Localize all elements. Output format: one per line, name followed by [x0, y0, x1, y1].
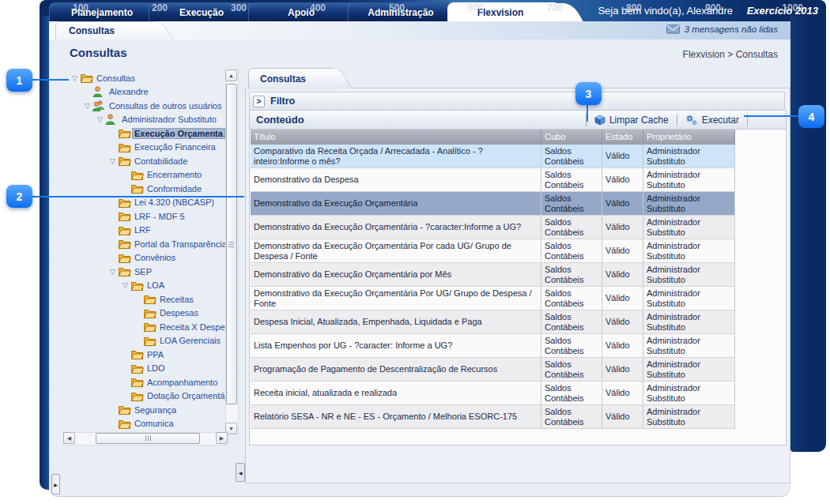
thumb-grip: [228, 244, 234, 245]
table-row[interactable]: Programação de Pagamento de Descentraliz…: [251, 358, 735, 382]
cell-proprietario: Administrador Substituto: [643, 145, 735, 167]
tree-item-label: Dotação Orçamentár: [145, 391, 226, 401]
tab-consultas-sub[interactable]: Consultas: [55, 21, 158, 39]
filter-expander[interactable]: > Filtro: [249, 92, 785, 111]
tree-item-receitas[interactable]: Receitas: [63, 292, 226, 307]
table-row[interactable]: Demonstrativo da DespesaSaldos Contábeis…: [251, 168, 735, 192]
tree-item-consultas-de-outros-usuarios[interactable]: ▽Consultas de outros usuários: [63, 99, 226, 113]
tree-item-loa[interactable]: ▽LOA: [63, 279, 226, 293]
table-row[interactable]: Despesa Inicial, Atualizada, Empenhada, …: [251, 310, 735, 334]
tab-planejamento[interactable]: Planejamento: [49, 2, 155, 21]
column-header-proprietario[interactable]: Proprietário: [643, 130, 735, 145]
expander-triangle-icon[interactable]: ▽: [108, 157, 118, 165]
tab-execucao[interactable]: Execução: [149, 2, 255, 21]
user-icon: [92, 86, 108, 97]
table-row[interactable]: Receita inicial, atualizada e realizadaS…: [251, 382, 735, 405]
tree-item-seguranca[interactable]: Segurança: [63, 403, 226, 417]
tab-label: Apoio: [288, 7, 315, 18]
table-row[interactable]: Demonstrativo da Execução OrçamentáriaSa…: [251, 192, 735, 216]
content-panel: > Filtro Conteúdo Limpar CacheExecutar T…: [245, 88, 790, 483]
expander-triangle-icon[interactable]: ▽: [120, 281, 130, 289]
scroll-up-button[interactable]: ▲: [225, 70, 237, 81]
scroll-right-button[interactable]: ▶: [216, 432, 228, 444]
tree-item-contabilidade[interactable]: ▽Contabilidade: [63, 154, 226, 168]
limpar-cache-button[interactable]: Limpar Cache: [594, 115, 669, 126]
tree-item-alexandre[interactable]: Alexandre: [63, 85, 226, 100]
table-row[interactable]: Lista Empenhos por UG - ?caracter: Infor…: [251, 334, 735, 358]
table-row[interactable]: Demonstrativo da Execução Orçamentária P…: [251, 287, 735, 310]
cell-estado: Válido: [602, 145, 643, 167]
tree-item-portal-da-transparencia[interactable]: Portal da Transparência: [63, 237, 226, 251]
tree-item-label: LRF - MDF 5: [133, 212, 187, 221]
tree-item-label: LDO: [145, 363, 167, 373]
tree-item-encerramento[interactable]: Encerramento: [63, 168, 226, 182]
cell-cubo: Saldos Contábeis: [541, 358, 602, 381]
subtab-label: Consultas: [69, 25, 115, 36]
executar-button[interactable]: Executar: [685, 115, 739, 126]
tab-consultas-panel[interactable]: Consultas: [248, 68, 337, 89]
action-label: Limpar Cache: [609, 115, 669, 126]
tree-item-administrador-substituto[interactable]: ▽Administrador Substituto: [63, 113, 226, 127]
panel-tab-label: Consultas: [260, 73, 306, 85]
cell-titulo: Demonstrativo da Despesa: [251, 168, 541, 191]
callout-line-2: [32, 196, 244, 197]
expander-triangle-icon[interactable]: ▽: [95, 115, 105, 123]
cell-cubo: Saldos Contábeis: [541, 239, 602, 262]
column-header-cubo[interactable]: Cubo: [541, 130, 602, 145]
unread-messages-link[interactable]: 3 mensagens não lidas: [666, 24, 778, 34]
tree-item-label: Acompanhamento: [145, 378, 219, 387]
tab-apoio[interactable]: Apoio: [248, 2, 354, 21]
expander-triangle-icon[interactable]: ▽: [70, 74, 80, 82]
tree-item-conformidade[interactable]: Conformidade: [63, 182, 226, 196]
tree-item-execucao-financeira[interactable]: Execução Financeira: [63, 141, 226, 155]
tree-item-receita-x-despes[interactable]: Receita X Despes: [63, 320, 226, 334]
cube-icon: [594, 115, 606, 126]
folder-icon: [143, 308, 158, 318]
tree-item-lrf-mdf-5[interactable]: LRF - MDF 5: [63, 209, 226, 224]
tree-item-label: Execução Orçamenta: [133, 129, 224, 138]
expander-triangle-icon[interactable]: ▽: [82, 102, 92, 110]
tree-item-despesas[interactable]: Despesas: [63, 307, 226, 321]
tree-item-dotacao-orcamentar[interactable]: Dotação Orçamentár: [63, 389, 226, 404]
tree-item-lrf[interactable]: LRF: [63, 224, 226, 238]
tree-item-comunica[interactable]: Comunica: [63, 417, 226, 431]
table-row[interactable]: Demonstrativo da Execução Orçamentária -…: [251, 216, 735, 239]
tree-item-label: Receitas: [158, 295, 195, 304]
table-row[interactable]: Demonstrativo da Execução Orçamentária P…: [251, 239, 735, 263]
envelope-icon: [666, 24, 680, 34]
tab-administracao[interactable]: Administração: [348, 2, 454, 21]
table-row[interactable]: Demonstrativo da Execução Orçamentária p…: [251, 263, 735, 287]
tree-horizontal-scrollbar[interactable]: ◀ ▶: [63, 432, 228, 446]
column-header-estado[interactable]: Estado: [602, 130, 643, 145]
tree-item-lei-4-320-nbcasp[interactable]: Lei 4.320 (NBCASP): [63, 196, 226, 210]
column-header-titulo[interactable]: Título: [251, 130, 541, 145]
cell-cubo: Saldos Contábeis: [541, 405, 602, 428]
tree-item-loa-gerenciais[interactable]: LOA Gerenciais: [63, 334, 226, 348]
tree-item-label: Consultas de outros usuários: [108, 101, 223, 111]
folder-icon: [130, 280, 145, 291]
horizontal-scroll-thumb[interactable]: [96, 433, 200, 444]
panel-collapse-handle[interactable]: ◀: [236, 463, 245, 482]
left-collapse-handle[interactable]: ▶: [51, 474, 60, 495]
tree-item-ldo[interactable]: LDO: [63, 362, 226, 376]
folder-icon: [80, 73, 95, 83]
main-window: Consultas Flexvision > Consultas ▽Consul…: [49, 39, 790, 497]
table-row[interactable]: Relatório SESA - NR e NE - ES - Orçament…: [251, 405, 735, 429]
tree-item-execucao-orcamenta[interactable]: Execução Orçamenta: [63, 126, 226, 141]
cell-proprietario: Administrador Substituto: [643, 192, 735, 215]
folder-icon: [130, 170, 145, 180]
tree-item-consultas[interactable]: ▽Consultas: [63, 71, 226, 85]
scroll-left-button[interactable]: ◀: [63, 432, 75, 444]
cell-estado: Válido: [602, 405, 643, 428]
tree-item-sep[interactable]: ▽SEP: [63, 265, 226, 279]
tree-item-ppa[interactable]: PPA: [63, 348, 226, 362]
expander-triangle-icon[interactable]: ▽: [108, 268, 118, 276]
vertical-scroll-thumb[interactable]: [226, 84, 237, 404]
tree-vertical-scrollbar[interactable]: ▲ ▼: [225, 70, 239, 434]
tree-item-convenios[interactable]: Convênios: [63, 251, 226, 265]
users-icon: [92, 100, 108, 111]
tab-flexvision[interactable]: Flexvision: [447, 2, 560, 21]
tree-item-label: LOA: [145, 280, 166, 290]
tree-item-acompanhamento[interactable]: Acompanhamento: [63, 375, 226, 389]
table-row[interactable]: Comparativo da Receita Orçada / Arrecada…: [251, 145, 735, 168]
